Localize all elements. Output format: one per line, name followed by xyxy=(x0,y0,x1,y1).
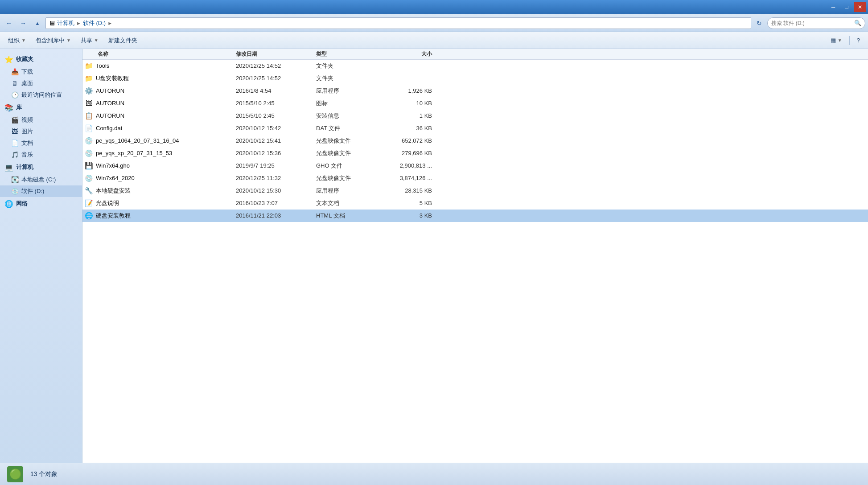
favorites-label: 收藏夹 xyxy=(16,55,33,63)
file-date: 2020/10/12 15:41 xyxy=(236,137,316,144)
file-icon: 📁 xyxy=(84,74,93,83)
maximize-button[interactable]: □ xyxy=(840,2,853,12)
file-name-cell: 💿 Win7x64_2020 xyxy=(84,174,236,183)
file-icon: 📋 xyxy=(84,111,93,120)
file-size: 2,900,813 ... xyxy=(378,162,432,169)
file-date: 2020/10/12 15:30 xyxy=(236,187,316,194)
back-button[interactable]: ← xyxy=(3,17,15,29)
refresh-button[interactable]: ↻ xyxy=(753,17,765,29)
pictures-label: 图片 xyxy=(21,127,33,136)
file-type: HTML 文档 xyxy=(316,212,378,220)
search-input[interactable] xyxy=(771,20,852,26)
file-name: 光盘说明 xyxy=(96,199,119,207)
file-date: 2020/12/25 11:32 xyxy=(236,175,316,181)
close-button[interactable]: ✕ xyxy=(854,2,866,12)
sidebar-section-computer[interactable]: 💻 计算机 xyxy=(0,160,82,174)
up-button[interactable]: ▲ xyxy=(31,17,44,29)
file-row[interactable]: 📝 光盘说明 2016/10/23 7:07 文本文档 5 KB xyxy=(82,197,868,210)
file-row[interactable]: 💿 Win7x64_2020 2020/12/25 11:32 光盘映像文件 3… xyxy=(82,172,868,185)
d-drive-label: 软件 (D:) xyxy=(21,187,44,195)
file-icon: 📁 xyxy=(84,62,93,70)
documents-icon: 📄 xyxy=(11,139,19,147)
file-row[interactable]: 💾 Win7x64.gho 2019/9/7 19:25 GHO 文件 2,90… xyxy=(82,160,868,172)
file-row[interactable]: ⚙️ AUTORUN 2016/1/8 4:54 应用程序 1,926 KB xyxy=(82,85,868,97)
documents-label: 文档 xyxy=(21,139,33,147)
breadcrumb[interactable]: 🖥 计算机 ► 软件 (D:) ► xyxy=(45,17,751,29)
file-icon: 💾 xyxy=(84,161,93,170)
file-date: 2016/11/21 22:03 xyxy=(236,212,316,219)
new-folder-button[interactable]: 新建文件夹 xyxy=(104,34,142,47)
search-bar[interactable]: 🔍 xyxy=(767,17,865,29)
sidebar-section-favorites[interactable]: ⭐ 收藏夹 xyxy=(0,53,82,66)
file-row[interactable]: 💿 pe_yqs_1064_20_07_31_16_04 2020/10/12 … xyxy=(82,135,868,147)
file-row[interactable]: 📋 AUTORUN 2015/5/10 2:45 安装信息 1 KB xyxy=(82,110,868,122)
file-icon: 📝 xyxy=(84,199,93,208)
file-name: 本地硬盘安装 xyxy=(96,187,131,195)
sidebar-item-c-drive[interactable]: 💽 本地磁盘 (C:) xyxy=(0,174,82,185)
file-size: 3,874,126 ... xyxy=(378,175,432,181)
file-row[interactable]: 🖼 AUTORUN 2015/5/10 2:45 图标 10 KB xyxy=(82,97,868,110)
file-name: Tools xyxy=(96,62,109,69)
sidebar-item-pictures[interactable]: 🖼 图片 xyxy=(0,126,82,137)
file-row[interactable]: 🔧 本地硬盘安装 2020/10/12 15:30 应用程序 28,315 KB xyxy=(82,185,868,197)
col-type-header[interactable]: 类型 xyxy=(316,50,378,58)
sidebar-item-desktop[interactable]: 🖥 桌面 xyxy=(0,78,82,89)
col-size-header[interactable]: 大小 xyxy=(378,50,432,58)
sidebar-item-downloads[interactable]: 📥 下载 xyxy=(0,66,82,78)
file-size: 36 KB xyxy=(378,125,432,132)
include-library-button[interactable]: 包含到库中 ▼ xyxy=(31,34,75,47)
computer-label: 计算机 xyxy=(16,163,33,171)
sidebar-section-network[interactable]: 🌐 网络 xyxy=(0,197,82,210)
file-type: DAT 文件 xyxy=(316,124,378,132)
search-icon: 🔍 xyxy=(854,20,861,26)
music-icon: 🎵 xyxy=(11,151,19,159)
organize-button[interactable]: 组织 ▼ xyxy=(4,34,30,47)
sidebar-item-documents[interactable]: 📄 文档 xyxy=(0,137,82,149)
file-name-cell: 📝 光盘说明 xyxy=(84,199,236,208)
network-icon: 🌐 xyxy=(4,199,13,208)
col-date-header[interactable]: 修改日期 xyxy=(236,50,316,58)
sidebar-item-music[interactable]: 🎵 音乐 xyxy=(0,149,82,160)
file-size: 1,926 KB xyxy=(378,87,432,94)
sidebar-section-library[interactable]: 📚 库 xyxy=(0,101,82,114)
breadcrumb-drive[interactable]: 软件 (D:) xyxy=(83,19,106,27)
help-button[interactable]: ? xyxy=(852,34,864,47)
music-label: 音乐 xyxy=(21,151,33,159)
toolbar: 组织 ▼ 包含到库中 ▼ 共享 ▼ 新建文件夹 ▦ ▼ ? xyxy=(0,32,868,49)
forward-button[interactable]: → xyxy=(17,17,29,29)
main-content: ⭐ 收藏夹 📥 下载 🖥 桌面 🕐 最近访问的位置 📚 库 🎬 视频 🖼 图片 xyxy=(0,49,868,463)
file-name-cell: ⚙️ AUTORUN xyxy=(84,86,236,95)
file-name: pe_yqs_1064_20_07_31_16_04 xyxy=(96,137,179,144)
sidebar-item-recent[interactable]: 🕐 最近访问的位置 xyxy=(0,89,82,101)
recent-label: 最近访问的位置 xyxy=(21,91,62,99)
file-size: 5 KB xyxy=(378,200,432,206)
col-name-header[interactable]: 名称 xyxy=(84,50,236,58)
file-row[interactable]: 🌐 硬盘安装教程 2016/11/21 22:03 HTML 文档 3 KB xyxy=(82,210,868,222)
breadcrumb-sep1: ► xyxy=(76,21,81,26)
file-name: U盘安装教程 xyxy=(96,74,129,82)
share-button[interactable]: 共享 ▼ xyxy=(76,34,103,47)
file-row[interactable]: 💿 pe_yqs_xp_20_07_31_15_53 2020/10/12 15… xyxy=(82,147,868,160)
minimize-button[interactable]: ─ xyxy=(827,2,839,12)
file-name: AUTORUN xyxy=(96,112,124,119)
file-icon: ⚙️ xyxy=(84,86,93,95)
new-folder-label: 新建文件夹 xyxy=(108,37,137,45)
file-size: 28,315 KB xyxy=(378,187,432,194)
file-type: 光盘映像文件 xyxy=(316,174,378,182)
library-label: 库 xyxy=(16,103,22,111)
file-row[interactable]: 📁 U盘安装教程 2020/12/25 14:52 文件夹 xyxy=(82,72,868,85)
file-row[interactable]: 📁 Tools 2020/12/25 14:52 文件夹 xyxy=(82,60,868,72)
network-label: 网络 xyxy=(16,200,28,208)
file-type: 文件夹 xyxy=(316,62,378,70)
file-list: 📁 Tools 2020/12/25 14:52 文件夹 📁 U盘安装教程 20… xyxy=(82,60,868,463)
sidebar-item-video[interactable]: 🎬 视频 xyxy=(0,114,82,126)
breadcrumb-computer[interactable]: 计算机 xyxy=(57,19,74,27)
sidebar-item-d-drive[interactable]: 💿 软件 (D:) xyxy=(0,185,82,197)
address-bar: ← → ▲ 🖥 计算机 ► 软件 (D:) ► ↻ 🔍 xyxy=(0,14,868,32)
file-icon: 💿 xyxy=(84,174,93,183)
video-label: 视频 xyxy=(21,116,33,124)
file-type: 安装信息 xyxy=(316,112,378,120)
file-row[interactable]: 📄 Config.dat 2020/10/12 15:42 DAT 文件 36 … xyxy=(82,122,868,135)
view-button[interactable]: ▦ ▼ xyxy=(826,34,847,47)
file-name: AUTORUN xyxy=(96,100,124,107)
